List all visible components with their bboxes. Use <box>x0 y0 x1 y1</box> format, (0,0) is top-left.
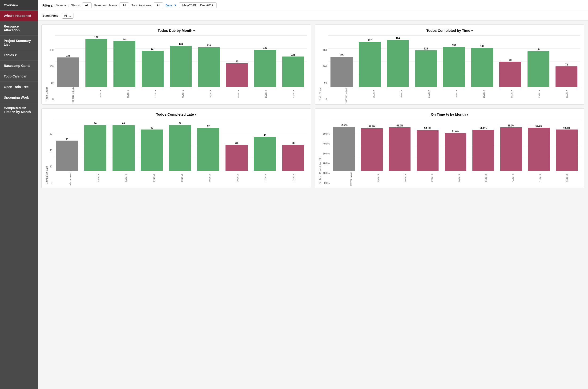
sidebar-item-completed-on-time[interactable]: Completed On Time % by Month <box>0 103 38 117</box>
bar-col[interactable]: 106 <box>280 35 307 87</box>
basecamp-status-button[interactable]: All <box>82 2 91 8</box>
x-axis-label: 09/2018 to 04/2... <box>333 88 360 100</box>
bar-pink <box>417 130 438 171</box>
stack-field-select[interactable]: All <box>62 13 73 19</box>
x-axis-label: 12/2019 <box>280 171 307 184</box>
bar-green <box>86 39 107 87</box>
bar-value: 167 <box>94 36 98 39</box>
bar-green <box>282 57 304 87</box>
x-axis-label: 11/2019 <box>527 171 553 184</box>
todos-completed-time-chart-container: Todo Count150100500105157164128139137881… <box>319 35 580 100</box>
bar-col[interactable]: 66 <box>81 119 109 171</box>
sidebar-item-open-todo-tree[interactable]: Open Todo Tree <box>0 82 38 92</box>
bar-col[interactable]: 137 <box>468 35 496 87</box>
bar-gray <box>57 58 79 87</box>
todos-completed-late-title[interactable]: Todos Completed Late ▾ <box>45 112 307 116</box>
bar-col[interactable]: 66 <box>166 119 194 171</box>
bar-green <box>443 47 465 87</box>
bar-col[interactable]: 139 <box>440 35 468 87</box>
bar-col[interactable]: 55.1% <box>414 119 441 171</box>
bar-pink <box>389 127 410 171</box>
todos-due-chart-container: Todo Count150100500103167161127143138831… <box>45 35 307 100</box>
bar-col[interactable]: 59.4% <box>331 119 358 171</box>
bar-value: 55.1% <box>424 127 431 130</box>
date-filter[interactable]: Date: ▼ <box>165 3 177 7</box>
bar-col[interactable]: 55.8% <box>470 119 497 171</box>
bar-col[interactable]: 60 <box>138 119 165 171</box>
bar-green <box>142 51 164 87</box>
y-tick: 50 <box>323 81 327 84</box>
bar-value: 138 <box>207 44 211 47</box>
bar-col[interactable]: 38 <box>223 119 250 171</box>
sidebar-item-whats-happened[interactable]: What's Happened <box>0 11 38 21</box>
bar-col[interactable]: 103 <box>55 35 82 87</box>
todos-completed-late-card: Todos Completed Late ▾ Completed Late604… <box>41 108 311 188</box>
todo-assignee-label: Todo Assignee: <box>131 3 152 7</box>
x-axis-label: 12/2019 <box>554 171 580 184</box>
x-axis-label: 08/2019 <box>168 171 195 184</box>
bar-col[interactable]: 164 <box>384 35 411 87</box>
bar-col[interactable]: 124 <box>525 35 552 87</box>
x-axis-label: 09/2019 <box>197 88 224 100</box>
y-tick: 30.0% <box>323 152 330 155</box>
bar-value: 51.0% <box>452 130 459 133</box>
bar-value: 58.5% <box>535 125 542 127</box>
sidebar-item-basecamp-gantt[interactable]: Basecamp Gantt <box>0 61 38 71</box>
bar-pink <box>282 145 304 171</box>
stack-field-label: Stack Field: <box>42 14 60 17</box>
bar-col[interactable]: 105 <box>328 35 355 87</box>
chart-dropdown-arrow: ▾ <box>471 29 473 32</box>
bar-value: 59.0% <box>508 124 514 127</box>
y-tick: 0 <box>50 98 54 100</box>
bar-col[interactable]: 88 <box>497 35 524 87</box>
bar-col[interactable]: 72 <box>553 35 580 87</box>
stack-select-wrapper[interactable]: All <box>62 13 73 19</box>
bar-green <box>254 137 276 171</box>
todos-completed-by-time-title[interactable]: Todos Completed by Time ▾ <box>319 29 580 32</box>
bar-col[interactable]: 62 <box>195 119 222 171</box>
bar-col[interactable]: 49 <box>251 119 279 171</box>
sidebar-item-upcoming-work[interactable]: Upcoming Work <box>0 92 38 103</box>
bar-col[interactable]: 59.0% <box>386 119 413 171</box>
bar-col[interactable]: 83 <box>223 35 251 87</box>
basecamp-status-label: Basecamp Status: <box>56 3 81 7</box>
todo-assignee-button[interactable]: All <box>154 2 163 8</box>
todos-due-by-month-card: Todos Due by Month ▾ Todo Count150100500… <box>41 25 311 104</box>
bar-col[interactable]: 143 <box>167 35 194 87</box>
bar-col[interactable]: 44 <box>53 119 81 171</box>
bar-col[interactable]: 66 <box>110 119 137 171</box>
sidebar-item-todo-calendar[interactable]: Todo Calendar <box>0 71 38 82</box>
date-range-button[interactable]: May-2019 to Dec-2019 <box>179 2 216 8</box>
y-tick: 0 <box>50 182 52 184</box>
sidebar-item-overview[interactable]: Overview <box>0 0 38 11</box>
bar-col[interactable]: 59.0% <box>497 119 525 171</box>
x-axis-label: 07/2019 <box>415 88 442 100</box>
bar-col[interactable]: 167 <box>83 35 110 87</box>
bar-col[interactable]: 128 <box>412 35 439 87</box>
sidebar-item-tables[interactable]: Tables ▾ <box>0 50 38 61</box>
bar-col[interactable]: 55.9% <box>553 119 580 171</box>
bar-col[interactable]: 138 <box>195 35 222 87</box>
x-axis-label: 10/2019 <box>498 88 525 100</box>
bar-value: 38 <box>235 142 238 144</box>
basecamp-name-button[interactable]: All <box>120 2 129 8</box>
bar-green <box>254 50 276 87</box>
sidebar-item-resource-allocation[interactable]: Resource Allocation <box>0 21 38 35</box>
bar-col[interactable]: 130 <box>251 35 279 87</box>
bar-col[interactable]: 157 <box>356 35 383 87</box>
bar-green <box>197 128 219 171</box>
bar-gray <box>331 57 352 87</box>
bar-col[interactable]: 161 <box>111 35 138 87</box>
bar-col[interactable]: 58.5% <box>526 119 553 171</box>
bar-col[interactable]: 51.0% <box>442 119 469 171</box>
todos-due-by-month-title[interactable]: Todos Due by Month ▾ <box>45 29 307 32</box>
charts-grid: Todos Due by Month ▾ Todo Count150100500… <box>38 21 588 192</box>
sidebar-item-project-summary-list[interactable]: Project Summary List <box>0 35 38 50</box>
bar-col[interactable]: 57.5% <box>359 119 386 171</box>
sidebar: OverviewWhat's HappenedResource Allocati… <box>0 0 38 389</box>
bar-pink <box>499 62 521 87</box>
on-time-pct-title[interactable]: On Time % by Month ▾ <box>319 112 580 116</box>
bar-value: 83 <box>236 60 238 63</box>
bar-col[interactable]: 38 <box>279 119 307 171</box>
bar-col[interactable]: 127 <box>139 35 166 87</box>
